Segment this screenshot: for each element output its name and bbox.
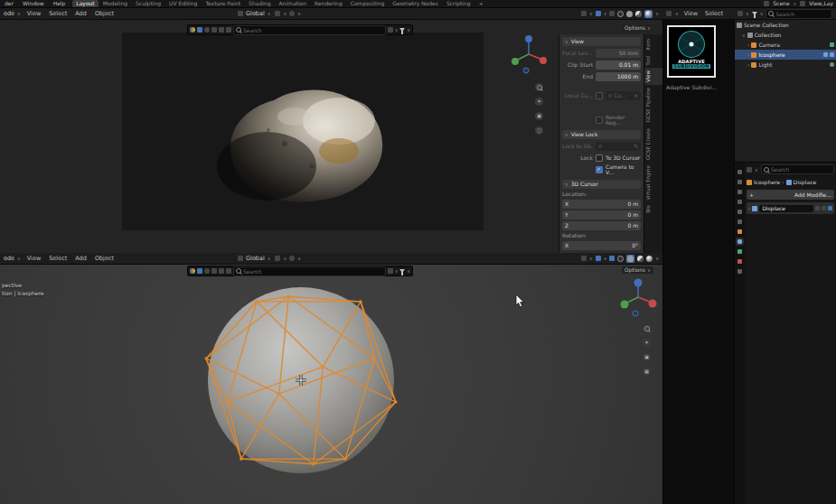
viewport-top-search[interactable] (233, 25, 386, 35)
gizmo-toggle-icon[interactable] (581, 256, 587, 261)
overlays-toggle-icon[interactable] (596, 256, 601, 261)
chevron-down-icon[interactable] (604, 256, 607, 262)
workspace-tab-layout[interactable]: Layout (72, 0, 98, 7)
modifier-name-field[interactable]: Displace (759, 205, 813, 212)
viewport-top[interactable]: Options ✦ ▣ ▢ View Focal L (0, 20, 662, 253)
axis-z-handle[interactable] (525, 35, 532, 42)
axis-y-handle[interactable] (649, 300, 657, 308)
tab-scene[interactable] (737, 210, 742, 214)
menu-add[interactable]: Add (73, 11, 89, 17)
mode-selector[interactable]: ode (4, 11, 21, 17)
display-settings-icon[interactable] (388, 268, 393, 274)
to-3d-cursor-checkbox[interactable] (596, 154, 603, 162)
light-data-badge[interactable] (830, 62, 834, 67)
workspace-tab-animation[interactable]: Animation (275, 0, 310, 7)
shading-wireframe-button[interactable] (617, 256, 624, 262)
proportional-editing-icon[interactable] (289, 256, 295, 261)
tab-view-layer[interactable] (737, 200, 742, 204)
n-tab-tool[interactable]: Tool (644, 53, 662, 69)
overlays-toggle-icon[interactable] (596, 11, 601, 16)
viewport-top-search-input[interactable] (243, 27, 383, 33)
edit-mode-toggle-icon[interactable] (815, 206, 820, 210)
icosphere-object[interactable] (190, 266, 416, 497)
display-mode-icon[interactable] (226, 27, 231, 33)
tab-physics[interactable] (737, 259, 742, 264)
camera-view-icon[interactable]: ▣ (535, 112, 543, 120)
chevron-down-icon[interactable] (283, 11, 286, 17)
zoom-icon[interactable] (535, 83, 543, 91)
camera-to-view-checkbox[interactable] (596, 166, 603, 173)
view-panel-header[interactable]: View (562, 37, 641, 46)
workspace-tab-scripting[interactable]: Scripting (443, 0, 474, 7)
display-mode-active-icon[interactable] (197, 27, 202, 33)
axis-x-handle[interactable] (512, 58, 519, 65)
chevron-down-icon[interactable] (395, 27, 399, 33)
material-ball-icon[interactable] (190, 27, 195, 33)
navigation-gizmo[interactable] (618, 275, 660, 319)
menu-view[interactable]: View (682, 11, 700, 17)
cursor-z-field[interactable]: Z 0 m (562, 221, 641, 230)
workspace-tab-compositing[interactable]: Compositing (347, 0, 389, 7)
focal-length-field[interactable]: 50 mm (596, 49, 641, 58)
tab-render[interactable] (737, 180, 742, 184)
transform-orientation[interactable]: Global (238, 11, 270, 17)
axis-z-handle[interactable] (634, 279, 643, 287)
display-settings-icon[interactable] (388, 27, 393, 33)
menu-object[interactable]: Object (93, 11, 116, 17)
navigation-gizmo[interactable] (506, 31, 551, 78)
chevron-down-icon[interactable] (297, 256, 301, 262)
cursor-panel-header[interactable]: 3D Cursor (562, 180, 641, 189)
menu-select[interactable]: Select (47, 11, 69, 17)
editor-type-icon[interactable] (737, 11, 743, 16)
shading-wireframe-button[interactable] (617, 11, 624, 17)
eyedropper-icon[interactable]: ✎ (634, 144, 638, 149)
menu-add[interactable]: Add (73, 256, 89, 262)
mesh-data-badge[interactable] (830, 52, 834, 57)
menu-window[interactable]: Window (21, 1, 46, 6)
n-tab-ble[interactable]: Ble (644, 202, 662, 216)
chevron-down-icon[interactable] (395, 268, 399, 274)
expander-icon[interactable]: › (747, 62, 749, 68)
menu-help[interactable]: Help (52, 1, 68, 6)
display-mode-active-icon[interactable] (197, 268, 202, 274)
expander-icon[interactable]: › (747, 52, 749, 58)
menu-object[interactable]: Object (93, 256, 116, 262)
n-tab-virtual-engine[interactable]: Virtual Engine (644, 163, 662, 203)
menu-view[interactable]: View (25, 256, 42, 262)
display-mode-icon[interactable] (219, 27, 224, 33)
tab-modifiers[interactable] (737, 239, 742, 244)
viewport-bottom[interactable]: Options pective tion | Icosphere ✦ ▣ ▦ (0, 265, 662, 504)
workspace-tab-shading[interactable]: Shading (245, 0, 274, 7)
breadcrumb-modifier[interactable]: Displace (794, 180, 817, 185)
chevron-down-icon[interactable] (589, 11, 593, 17)
n-tab-view[interactable]: View (644, 68, 662, 85)
clip-end-field[interactable]: 1000 m (596, 72, 641, 81)
tab-constraints[interactable] (737, 269, 742, 274)
close-icon[interactable] (634, 93, 638, 98)
transform-orientation[interactable]: Global (238, 256, 270, 262)
chevron-down-icon[interactable] (297, 11, 301, 17)
chevron-down-icon[interactable] (655, 256, 659, 262)
view-lock-panel-header[interactable]: View Lock (562, 130, 641, 139)
chevron-down-icon[interactable] (742, 33, 746, 38)
display-mode-icon[interactable] (219, 268, 224, 274)
asset-browser[interactable]: ADAPTIVE SUBDIVISION Adaptive Subdivi... (662, 20, 734, 504)
properties-search[interactable] (761, 164, 834, 174)
gizmo-toggle-icon[interactable] (581, 11, 587, 16)
display-mode-icon[interactable] (204, 27, 210, 33)
render-preview-area[interactable] (122, 33, 484, 230)
chevron-down-icon[interactable] (746, 11, 749, 17)
viewport-bottom-search-input[interactable] (243, 268, 383, 275)
realtime-toggle-icon[interactable] (822, 206, 826, 210)
shading-solid-button[interactable] (626, 255, 634, 263)
workspace-tab-geometry-nodes[interactable]: Geometry Nodes (389, 0, 442, 7)
scene-selector[interactable]: Scene (773, 1, 789, 6)
chevron-down-icon[interactable] (589, 256, 593, 262)
tab-object[interactable] (737, 229, 742, 234)
expander-icon[interactable]: › (747, 42, 749, 48)
snap-magnet-icon[interactable] (275, 256, 280, 261)
filter-funnel-icon[interactable] (399, 28, 405, 32)
render-toggle-icon[interactable] (828, 206, 832, 210)
outliner-row-collection[interactable]: Collection (735, 30, 836, 40)
outliner-row-light[interactable]: › Light (735, 60, 836, 70)
